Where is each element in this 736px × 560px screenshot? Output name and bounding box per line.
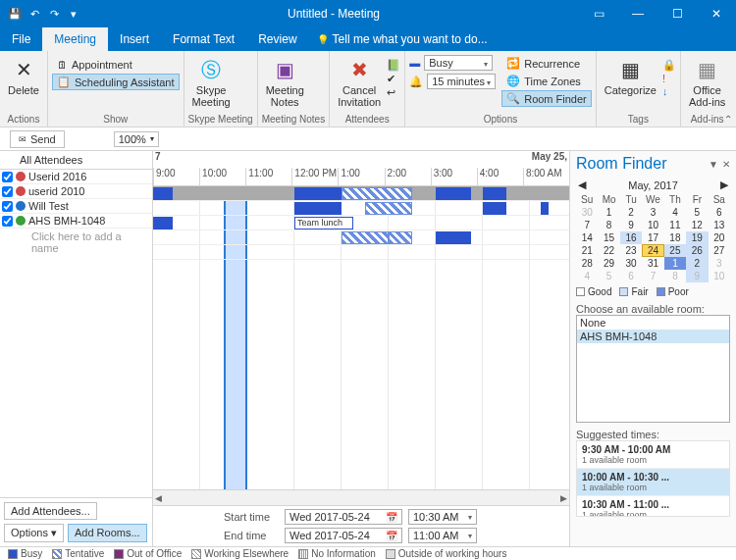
calendar-day[interactable]: 21 bbox=[576, 244, 598, 257]
calendar-day[interactable]: 27 bbox=[709, 244, 730, 257]
calendar-day[interactable]: 31 bbox=[642, 257, 663, 270]
tell-me-search[interactable]: Tell me what you want to do... bbox=[309, 27, 496, 51]
calendar-day[interactable]: 30 bbox=[576, 206, 598, 219]
ribbon-options-icon[interactable]: ▭ bbox=[579, 0, 618, 27]
tab-format-text[interactable]: Format Text bbox=[161, 27, 246, 51]
start-date-field[interactable]: Wed 2017-05-24 bbox=[285, 509, 402, 525]
calendar-day[interactable]: 16 bbox=[620, 231, 642, 244]
calendar-day[interactable]: 6 bbox=[709, 206, 730, 219]
send-button[interactable]: Send bbox=[10, 130, 65, 148]
delete-button[interactable]: ✕ Delete bbox=[4, 53, 43, 98]
calendar-day[interactable]: 8 bbox=[598, 219, 619, 231]
start-time-field[interactable]: 10:30 AM bbox=[408, 509, 477, 525]
calendar-day[interactable]: 10 bbox=[709, 270, 730, 282]
attendee-row[interactable]: userid 2010 bbox=[0, 184, 152, 199]
attendee-row[interactable]: Will Test bbox=[0, 199, 152, 214]
attendee-checkbox[interactable] bbox=[2, 216, 13, 227]
private-icon[interactable]: 🔒 bbox=[662, 59, 676, 72]
minimize-icon[interactable]: — bbox=[618, 0, 657, 27]
event-team-lunch[interactable]: Team lunch bbox=[294, 217, 353, 229]
calendar-day[interactable]: 2 bbox=[686, 257, 708, 270]
recurrence-button[interactable]: 🔁Recurrence bbox=[501, 55, 592, 72]
calendar-day[interactable]: 6 bbox=[620, 270, 642, 282]
undo-icon[interactable]: ↶ bbox=[26, 5, 43, 23]
calendar-day[interactable]: 29 bbox=[598, 257, 619, 270]
next-month-icon[interactable]: ▶ bbox=[720, 178, 728, 191]
calendar-day[interactable]: 15 bbox=[598, 231, 619, 244]
attendee-row[interactable]: Userid 2016 bbox=[0, 170, 152, 184]
room-option[interactable]: AHS BMH-1048 bbox=[577, 330, 729, 343]
calendar-day[interactable]: 1 bbox=[664, 257, 686, 270]
prev-month-icon[interactable]: ◀ bbox=[578, 178, 586, 191]
tab-review[interactable]: Review bbox=[246, 27, 308, 51]
calendar-day[interactable]: 10 bbox=[642, 219, 663, 231]
cancel-invitation-button[interactable]: ✖ Cancel Invitation bbox=[334, 53, 385, 110]
calendar-day[interactable]: 24 bbox=[642, 244, 663, 257]
calendar-day[interactable]: 18 bbox=[664, 231, 686, 244]
attendee-checkbox[interactable] bbox=[2, 172, 13, 182]
pane-options-icon[interactable]: ▼ bbox=[709, 159, 718, 170]
response-options-icon[interactable]: ↩ bbox=[387, 86, 400, 99]
calendar-day[interactable]: 9 bbox=[686, 270, 708, 282]
calendar-day[interactable]: 19 bbox=[686, 231, 708, 244]
room-list[interactable]: NoneAHS BMH-1048 bbox=[576, 315, 730, 423]
qat-more-icon[interactable]: ▾ bbox=[65, 5, 82, 23]
calendar-day[interactable]: 28 bbox=[576, 257, 598, 270]
room-finder-button[interactable]: 🔍Room Finder bbox=[501, 90, 592, 107]
calendar-day[interactable]: 14 bbox=[576, 231, 598, 244]
end-time-field[interactable]: 11:00 AM bbox=[408, 528, 477, 543]
calendar-day[interactable]: 7 bbox=[576, 219, 598, 231]
calendar-day[interactable]: 12 bbox=[686, 219, 708, 231]
redo-icon[interactable]: ↷ bbox=[45, 5, 63, 23]
save-icon[interactable]: 💾 bbox=[6, 5, 24, 23]
calendar-day[interactable]: 17 bbox=[642, 231, 663, 244]
tab-meeting[interactable]: Meeting bbox=[42, 27, 108, 51]
add-attendees-button[interactable]: Add Attendees... bbox=[4, 502, 97, 520]
meeting-notes-button[interactable]: ▣ Meeting Notes bbox=[262, 53, 308, 110]
calendar-day[interactable]: 22 bbox=[598, 244, 619, 257]
add-attendee-input[interactable]: Click here to add a name bbox=[0, 229, 152, 256]
timeline-grid[interactable]: Team lunch bbox=[153, 186, 569, 489]
timezones-button[interactable]: 🌐Time Zones bbox=[501, 73, 592, 89]
low-importance-icon[interactable]: ↓ bbox=[662, 85, 676, 97]
calendar-day[interactable]: 5 bbox=[598, 270, 619, 282]
suggested-time[interactable]: 10:00 AM - 10:30 ...1 available room bbox=[577, 469, 729, 496]
options-button[interactable]: Options ▾ bbox=[4, 524, 64, 542]
zoom-dropdown[interactable]: 100% bbox=[114, 131, 159, 147]
attendee-checkbox[interactable] bbox=[2, 186, 13, 197]
address-book-icon[interactable]: 📗 bbox=[387, 59, 400, 72]
pane-close-icon[interactable]: ✕ bbox=[722, 159, 730, 170]
tab-insert[interactable]: Insert bbox=[108, 27, 161, 51]
add-rooms-button[interactable]: Add Rooms... bbox=[68, 524, 147, 542]
calendar-day[interactable]: 13 bbox=[709, 219, 730, 231]
calendar-day[interactable]: 3 bbox=[642, 206, 663, 219]
calendar-day[interactable]: 3 bbox=[709, 257, 730, 270]
maximize-icon[interactable]: ☐ bbox=[657, 0, 697, 27]
office-addins-button[interactable]: ▦ Office Add-ins bbox=[685, 53, 729, 110]
calendar-day[interactable]: 9 bbox=[620, 219, 642, 231]
attendee-checkbox[interactable] bbox=[2, 201, 13, 212]
check-names-icon[interactable]: ✔ bbox=[387, 73, 400, 85]
calendar-day[interactable]: 25 bbox=[664, 244, 686, 257]
horizontal-scrollbar[interactable]: ◀▶ bbox=[153, 489, 569, 505]
calendar-day[interactable]: 4 bbox=[576, 270, 598, 282]
calendar-day[interactable]: 7 bbox=[642, 270, 663, 282]
reminder-dropdown[interactable]: 15 minutes bbox=[427, 74, 496, 89]
suggested-time[interactable]: 10:30 AM - 11:00 ...1 available room bbox=[577, 496, 729, 517]
calendar-day[interactable]: 20 bbox=[709, 231, 730, 244]
skype-meeting-button[interactable]: Ⓢ Skype Meeting bbox=[188, 53, 235, 110]
suggested-time[interactable]: 9:30 AM - 10:00 AM1 available room bbox=[577, 441, 729, 469]
end-date-field[interactable]: Wed 2017-05-24 bbox=[285, 528, 402, 543]
calendar-day[interactable]: 8 bbox=[664, 270, 686, 282]
calendar-day[interactable]: 11 bbox=[664, 219, 686, 231]
calendar-day[interactable]: 26 bbox=[686, 244, 708, 257]
calendar-day[interactable]: 4 bbox=[664, 206, 686, 219]
high-importance-icon[interactable]: ! bbox=[662, 73, 676, 84]
calendar-day[interactable]: 5 bbox=[686, 206, 708, 219]
appointment-button[interactable]: 🗓Appointment bbox=[52, 57, 180, 73]
show-as-dropdown[interactable]: Busy bbox=[424, 55, 493, 71]
scheduling-assistant-button[interactable]: 📋Scheduling Assistant bbox=[52, 74, 180, 90]
calendar-day[interactable]: 2 bbox=[620, 206, 642, 219]
calendar-day[interactable]: 1 bbox=[598, 206, 619, 219]
calendar-day[interactable]: 23 bbox=[620, 244, 642, 257]
